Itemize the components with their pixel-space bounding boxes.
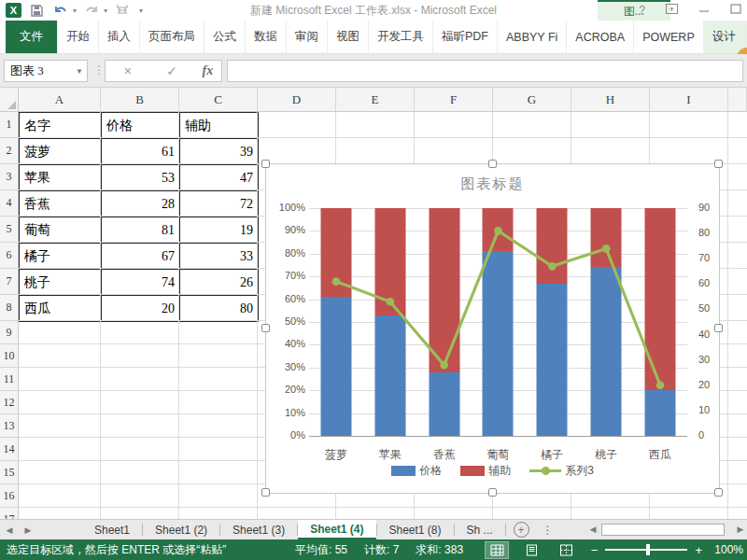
column-header-partial[interactable] [728,88,747,112]
sheet-tab-5[interactable]: Sheet1 (8) [377,520,454,539]
cell[interactable]: 桃子 [20,270,102,296]
chart[interactable]: 图表标题 价格辅助系列3 100%90%80%70%60%50%40%30%20… [265,163,720,494]
tab-3[interactable]: 页面布局 [140,21,204,53]
cell[interactable]: 74 [102,270,180,296]
cell[interactable]: 26 [180,270,259,296]
view-normal-icon[interactable] [486,542,508,558]
tab-8[interactable]: 开发工具 [369,21,433,53]
chart-legend[interactable]: 价格辅助系列3 [266,463,719,479]
column-header-H[interactable]: H [571,88,650,112]
add-sheet-icon[interactable]: + [514,522,529,538]
cell[interactable]: 名字 [20,113,102,139]
sheet-tab-3[interactable]: Sheet1 (3) [220,520,297,539]
scrollbar-thumb[interactable] [601,524,725,536]
row-header-14[interactable]: 14 [0,438,19,461]
tab-1[interactable]: 开始 [58,21,99,53]
column-header-I[interactable]: I [650,88,728,112]
zoom-in-icon[interactable]: + [695,543,702,557]
cell[interactable]: 61 [102,139,180,165]
zoom-out-icon[interactable]: − [591,543,599,557]
row-header-13[interactable]: 13 [0,414,19,438]
zoom-slider[interactable] [605,549,687,551]
cell[interactable]: 81 [102,217,180,244]
row-header-12[interactable]: 12 [0,391,19,414]
name-box-dropdown-icon[interactable]: ▼ [72,67,87,76]
chart-selection-handle[interactable] [261,160,270,168]
tab-10[interactable]: ABBYY Fi [498,21,567,53]
tab-2[interactable]: 插入 [99,21,140,53]
chart-selection-handle[interactable] [714,160,723,168]
cell[interactable]: 80 [180,296,259,322]
chart-selection-handle[interactable] [261,488,270,497]
cell[interactable]: 72 [180,191,259,217]
cell[interactable]: 辅助 [180,113,259,139]
sheet-tab-2[interactable]: Sheet1 (2) [143,520,219,539]
cell[interactable]: 28 [102,191,180,217]
row-header-16[interactable]: 16 [0,484,19,508]
minimize-icon[interactable] [698,4,710,17]
row-header-6[interactable]: 6 [0,243,19,269]
row-header-3[interactable]: 3 [0,164,19,190]
select-all-corner[interactable] [0,88,19,112]
insert-function-icon[interactable]: fx [203,63,214,78]
chart-selection-handle[interactable] [714,488,723,497]
tab-12[interactable]: POWERP [634,21,704,53]
chart-selection-handle[interactable] [261,324,270,332]
scroll-right-icon[interactable]: ▶ [734,525,747,534]
row-header-17[interactable]: 17 [0,508,19,519]
cell[interactable]: 葡萄 [20,217,102,244]
column-header-F[interactable]: F [415,88,493,112]
cell[interactable]: 53 [102,165,180,191]
help-icon[interactable]: ? [639,4,645,17]
scroll-left-icon[interactable]: ◀ [586,525,599,534]
cell[interactable]: 菠萝 [20,139,102,165]
chart-selection-handle[interactable] [488,488,497,497]
table-borders-icon[interactable] [113,2,132,19]
row-header-10[interactable]: 10 [0,344,19,368]
sheet-tab-6[interactable]: Sh ... [455,520,505,539]
excel-logo-icon[interactable]: X [6,3,21,18]
sheet-tab-1[interactable]: Sheet1 [82,520,142,539]
cell[interactable]: 橘子 [20,244,102,270]
view-page-break-icon[interactable] [555,542,577,558]
tab-9[interactable]: 福昕PDF [433,21,498,53]
zoom-slider-thumb[interactable] [646,544,650,555]
cell[interactable]: 19 [180,217,259,244]
row-header-11[interactable]: 11 [0,368,19,391]
sheet-tabs-more-icon[interactable]: ⋮ [543,524,554,537]
row-header-8[interactable]: 8 [0,295,19,321]
tab-contextual-1[interactable]: 设计 [704,21,745,53]
name-box[interactable]: 图表 3 ▼ [4,60,88,82]
cell[interactable]: 苹果 [20,165,102,191]
legend-item-辅助[interactable]: 辅助 [460,463,511,479]
line-series-系列3[interactable] [309,208,687,436]
ribbon-options-icon[interactable] [666,4,678,17]
tab-5[interactable]: 数据 [246,21,287,53]
sheet-nav-left-icon[interactable]: ◀ [0,520,19,539]
legend-item-价格[interactable]: 价格 [391,463,442,479]
zoom-level[interactable]: 100% [710,543,743,556]
customize-qat-icon[interactable]: ▾ [139,7,143,15]
cell[interactable]: 33 [180,244,259,270]
horizontal-scrollbar[interactable]: ◀ ▶ [586,520,747,539]
save-icon[interactable] [27,2,46,19]
formula-input[interactable] [227,60,743,82]
cell[interactable]: 67 [102,244,180,270]
tab-file[interactable]: 文件 [6,21,58,53]
maximize-icon[interactable] [730,4,741,17]
row-header-4[interactable]: 4 [0,190,19,217]
cell[interactable]: 20 [102,296,180,322]
row-header-9[interactable]: 9 [0,321,19,344]
tab-6[interactable]: 审阅 [287,21,328,53]
row-header-7[interactable]: 7 [0,269,19,295]
cell[interactable]: 39 [180,139,259,165]
column-header-C[interactable]: C [179,88,258,112]
undo-dropdown-icon[interactable]: ▾ [73,7,77,15]
legend-item-系列3[interactable]: 系列3 [529,463,594,479]
undo-icon[interactable] [51,2,70,19]
tab-11[interactable]: ACROBA [567,21,634,53]
sheet-nav-right-icon[interactable]: ▶ [19,520,37,539]
column-header-D[interactable]: D [258,88,336,112]
tab-4[interactable]: 公式 [204,21,246,53]
chart-selection-handle[interactable] [488,160,497,168]
